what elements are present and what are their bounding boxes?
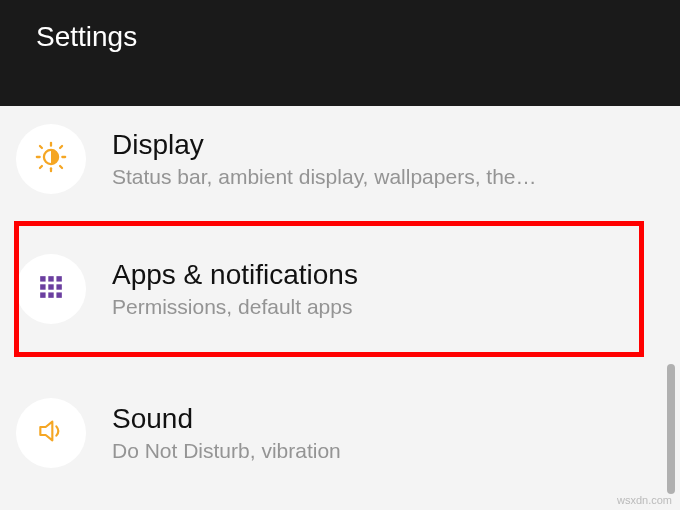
grid-icon xyxy=(38,274,64,304)
svg-rect-12 xyxy=(40,284,45,289)
list-item-subtitle: Permissions, default apps xyxy=(112,295,664,319)
watermark: wsxdn.com xyxy=(617,494,672,506)
svg-rect-16 xyxy=(48,292,53,297)
list-item-display[interactable]: Display Status bar, ambient display, wal… xyxy=(0,106,680,212)
svg-rect-10 xyxy=(48,276,53,281)
list-item-subtitle: Status bar, ambient display, wallpapers,… xyxy=(112,165,664,189)
svg-rect-11 xyxy=(56,276,61,281)
svg-line-6 xyxy=(40,166,42,168)
settings-header: Settings xyxy=(0,0,680,74)
list-item-text: Display Status bar, ambient display, wal… xyxy=(112,129,664,189)
svg-rect-17 xyxy=(56,292,61,297)
svg-line-3 xyxy=(60,166,62,168)
list-item-text: Apps & notifications Permissions, defaul… xyxy=(112,259,664,319)
list-item-text: Sound Do Not Disturb, vibration xyxy=(112,403,664,463)
svg-rect-14 xyxy=(56,284,61,289)
apps-icon-wrap xyxy=(16,254,86,324)
sound-icon-wrap xyxy=(16,398,86,468)
list-item-subtitle: Do Not Disturb, vibration xyxy=(112,439,664,463)
display-icon-wrap xyxy=(16,124,86,194)
scrollbar[interactable] xyxy=(667,364,675,494)
list-item-title: Apps & notifications xyxy=(112,259,664,291)
svg-line-7 xyxy=(60,146,62,148)
header-gap xyxy=(0,74,680,106)
settings-list: Display Status bar, ambient display, wal… xyxy=(0,106,680,486)
svg-rect-9 xyxy=(40,276,45,281)
speaker-icon xyxy=(35,415,67,451)
svg-rect-15 xyxy=(40,292,45,297)
list-item-title: Sound xyxy=(112,403,664,435)
sun-icon xyxy=(34,140,68,178)
page-title: Settings xyxy=(36,21,137,53)
list-item-title: Display xyxy=(112,129,664,161)
list-item-apps[interactable]: Apps & notifications Permissions, defaul… xyxy=(0,212,680,366)
svg-line-2 xyxy=(40,146,42,148)
svg-rect-13 xyxy=(48,284,53,289)
list-item-sound[interactable]: Sound Do Not Disturb, vibration xyxy=(0,366,680,486)
